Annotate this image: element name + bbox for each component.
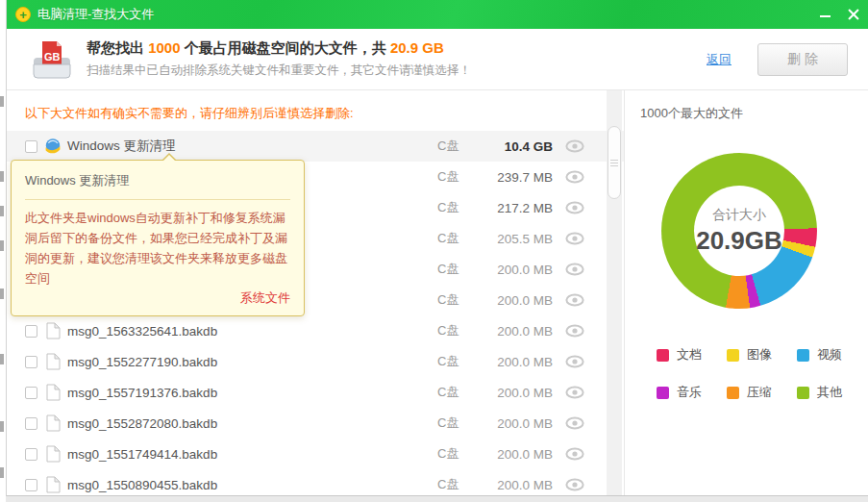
file-size: 200.0 MB	[476, 355, 553, 369]
window-controls	[810, 0, 868, 29]
file-name: msg0_1551749414.bakdb	[67, 447, 217, 462]
list-intro: 以下大文件如有确实不需要的，请仔细辨别后谨慎选择删除:	[7, 90, 624, 131]
tooltip-arrow-icon	[161, 153, 177, 161]
app-logo-icon: +	[15, 7, 31, 22]
file-size: 10.4 GB	[476, 139, 553, 154]
file-disk: C盘	[437, 353, 476, 370]
preview-eye-icon[interactable]	[553, 201, 597, 214]
legend-item: 文档	[657, 346, 727, 364]
file-icon	[44, 414, 62, 432]
preview-eye-icon[interactable]	[553, 416, 597, 430]
file-checkbox[interactable]	[25, 387, 37, 399]
legend-label: 音乐	[677, 384, 702, 401]
donut-chart: 合计大小 20.9GB	[661, 153, 817, 309]
legend-item: 其他	[797, 384, 867, 401]
file-size: 205.5 MB	[476, 232, 553, 246]
document-icon	[46, 322, 61, 339]
legend-label: 文档	[677, 346, 702, 364]
header-subtitle: 扫描结果中已自动排除系统关键文件和重要文件，其它文件请谨慎选择！	[87, 63, 471, 79]
file-size: 239.7 MB	[476, 170, 553, 185]
delete-button[interactable]: 删 除	[757, 43, 848, 76]
tooltip: Windows 更新清理 此文件夹是windows自动更新补丁和修复系统漏洞后留…	[11, 160, 305, 316]
tooltip-body: 此文件夹是windows自动更新补丁和修复系统漏洞后留下的备份文件，如果您已经完…	[25, 208, 290, 289]
legend-swatch	[727, 387, 739, 399]
legend-label: 其他	[817, 384, 842, 401]
close-button[interactable]	[839, 0, 868, 29]
file-checkbox[interactable]	[25, 448, 37, 461]
preview-eye-icon[interactable]	[553, 386, 597, 399]
file-size: 200.0 MB	[476, 386, 553, 400]
file-checkbox[interactable]	[25, 140, 37, 153]
file-name: msg0_1552872080.bakdb	[67, 416, 217, 431]
file-disk: C盘	[437, 230, 476, 247]
scrollbar-track[interactable]	[607, 90, 622, 495]
document-icon	[46, 476, 61, 493]
file-size: 217.2 MB	[476, 201, 553, 215]
file-disk: C盘	[437, 199, 476, 216]
preview-eye-icon[interactable]	[553, 170, 597, 184]
close-icon	[848, 9, 859, 20]
titlebar: + 电脑清理-查找大文件	[7, 0, 868, 29]
legend-swatch	[797, 387, 809, 399]
file-disk: C盘	[437, 414, 476, 432]
preview-eye-icon[interactable]	[553, 232, 597, 245]
legend-item: 图像	[727, 346, 797, 364]
screen: + 电脑清理-查找大文件 GB 帮您找出 1000 个最占用磁盘空间的大文件，共…	[0, 0, 868, 502]
panel-title: 1000个最大的文件	[625, 90, 868, 122]
preview-eye-icon[interactable]	[553, 139, 597, 153]
chart-legend: 文档 图像 视频 音乐 压缩 其他	[657, 346, 867, 401]
document-icon	[46, 353, 61, 370]
tooltip-divider	[25, 199, 290, 200]
file-row[interactable]: msg0_1550890455.bakdb C盘 200.0 MB	[7, 469, 624, 500]
file-disk: C盘	[437, 476, 476, 493]
preview-eye-icon[interactable]	[553, 478, 597, 491]
app-window: + 电脑清理-查找大文件 GB 帮您找出 1000 个最占用磁盘空间的大文件，共…	[6, 0, 868, 496]
preview-eye-icon[interactable]	[553, 324, 597, 338]
scrollbar-thumb[interactable]	[608, 126, 621, 199]
file-row[interactable]: msg0_1563325641.bakdb C盘 200.0 MB	[7, 315, 624, 346]
legend-item: 音乐	[657, 384, 727, 401]
preview-eye-icon[interactable]	[553, 293, 597, 307]
preview-eye-icon[interactable]	[553, 263, 597, 276]
file-name: msg0_1552277190.bakdb	[67, 355, 217, 369]
file-row[interactable]: msg0_1552277190.bakdb C盘 200.0 MB	[7, 346, 624, 377]
legend-swatch	[797, 349, 809, 362]
summary-panel: 1000个最大的文件 合计大小 20.9GB 文档 图像 视频 音乐 压缩	[624, 90, 868, 495]
file-name: msg0_1550890455.bakdb	[67, 478, 217, 492]
file-size: 200.0 MB	[476, 293, 553, 308]
file-icon	[44, 322, 62, 339]
svg-text:GB: GB	[44, 51, 61, 63]
file-icon	[44, 353, 62, 370]
file-checkbox[interactable]	[25, 356, 37, 368]
back-link[interactable]: 返回	[707, 51, 732, 68]
legend-swatch	[727, 349, 739, 362]
file-checkbox[interactable]	[25, 417, 37, 430]
file-size: 200.0 MB	[476, 416, 553, 431]
file-disk: C盘	[437, 384, 476, 401]
file-disk: C盘	[437, 445, 476, 463]
file-disk: C盘	[437, 138, 476, 155]
document-icon	[46, 445, 61, 463]
file-disk: C盘	[437, 322, 476, 339]
preview-eye-icon[interactable]	[553, 355, 597, 368]
file-name: msg0_1563325641.bakdb	[67, 324, 217, 339]
file-size: 200.0 MB	[476, 478, 553, 492]
file-disk: C盘	[437, 261, 476, 278]
file-checkbox[interactable]	[25, 479, 37, 491]
file-icon	[44, 445, 62, 463]
file-row[interactable]: msg0_1552872080.bakdb C盘 200.0 MB	[7, 408, 624, 439]
preview-eye-icon[interactable]	[553, 447, 597, 461]
total-size: 20.9 GB	[390, 39, 444, 56]
file-size: 200.0 MB	[476, 324, 553, 339]
legend-item: 视频	[797, 346, 867, 364]
tooltip-title: Windows 更新清理	[25, 172, 290, 189]
file-disk: C盘	[437, 291, 476, 309]
file-row[interactable]: msg0_1557191376.bakdb C盘 200.0 MB	[7, 377, 624, 408]
file-icon	[44, 476, 62, 493]
file-icon	[44, 138, 62, 155]
minimize-button[interactable]	[810, 0, 839, 29]
file-checkbox[interactable]	[25, 325, 37, 338]
file-row[interactable]: msg0_1551749414.bakdb C盘 200.0 MB	[7, 439, 624, 469]
file-row[interactable]: Windows 更新清理 C盘 10.4 GB	[7, 131, 624, 162]
legend-label: 视频	[817, 346, 842, 364]
